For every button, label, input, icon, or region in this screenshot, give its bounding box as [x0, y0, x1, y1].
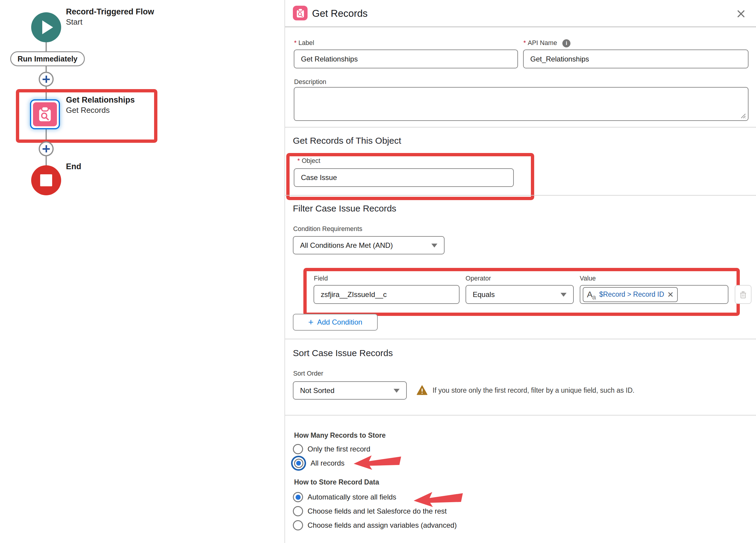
run-immediately-badge[interactable]: Run Immediately — [10, 51, 85, 66]
condition-field-label: Field — [314, 275, 328, 282]
object-section-heading: Get Records of This Object — [293, 136, 401, 146]
get-records-panel: Get Records *Label *API Name i Descripti… — [284, 0, 756, 543]
annotation-arrow-icon — [413, 491, 464, 508]
add-element-button[interactable] — [39, 72, 54, 87]
panel-title: Get Records — [312, 8, 368, 19]
label-input[interactable] — [294, 49, 518, 68]
label-field-label: *Label — [294, 39, 314, 47]
description-textarea[interactable] — [294, 87, 749, 121]
radio-selected-icon[interactable] — [291, 456, 306, 471]
clipboard-search-icon — [293, 6, 308, 20]
add-element-button[interactable] — [39, 141, 54, 156]
radio-icon[interactable] — [293, 506, 303, 516]
condition-value-label: Value — [580, 275, 596, 282]
radio-icon[interactable] — [293, 520, 303, 530]
radio-option-all-records[interactable]: All records — [291, 456, 344, 471]
resource-pill[interactable]: Aa $Record > Record ID ✕ — [583, 287, 678, 302]
radio-option-choose-fields-salesforce[interactable]: Choose fields and let Salesforce do the … — [293, 506, 447, 516]
condition-requirements-select[interactable]: All Conditions Are Met (AND) — [293, 236, 445, 254]
sort-order-label: Sort Order — [293, 370, 323, 378]
flow-node-subtitle: Get Records — [66, 106, 110, 115]
section-divider — [285, 415, 756, 416]
condition-value-combobox[interactable]: Aa $Record > Record ID ✕ — [580, 285, 728, 304]
flow-start-title: Record-Triggered Flow — [66, 7, 154, 16]
flow-node-title: Get Relationships — [66, 95, 135, 105]
sort-section-heading: Sort Case Issue Records — [293, 348, 393, 358]
section-divider — [285, 195, 756, 195]
text-type-icon: Aa — [587, 291, 596, 299]
flow-end-label: End — [66, 162, 81, 171]
flow-start-subtitle: Start — [66, 17, 82, 27]
sort-warning-text: If you store only the first record, filt… — [433, 386, 635, 395]
delete-condition-button[interactable] — [735, 285, 752, 304]
remove-pill-icon[interactable]: ✕ — [667, 291, 674, 299]
radio-option-auto-store-all-fields[interactable]: Automatically store all fields — [293, 492, 396, 502]
object-input[interactable] — [294, 168, 514, 187]
info-icon[interactable]: i — [562, 39, 570, 47]
header-divider — [285, 26, 756, 27]
annotation-arrow-icon — [353, 455, 403, 471]
sort-warning: If you store only the first record, filt… — [416, 385, 635, 396]
plus-icon: + — [308, 318, 314, 327]
flow-start-node[interactable] — [31, 12, 61, 42]
close-icon[interactable] — [735, 8, 747, 20]
filter-section-heading: Filter Case Issue Records — [293, 203, 396, 213]
clipboard-search-icon — [33, 102, 57, 126]
play-icon — [42, 20, 53, 34]
flow-builder-screen: Record-Triggered Flow Start Run Immediat… — [0, 0, 756, 543]
radio-option-only-first-record[interactable]: Only the first record — [293, 444, 370, 454]
add-condition-button[interactable]: + Add Condition — [293, 314, 378, 331]
condition-field-input[interactable] — [314, 285, 460, 304]
flow-end-node[interactable] — [31, 165, 61, 195]
api-name-field-label: *API Name i — [523, 39, 570, 47]
trash-icon — [739, 290, 748, 299]
get-records-node[interactable] — [30, 99, 60, 129]
condition-operator-label: Operator — [466, 275, 491, 282]
condition-requirements-label: Condition Requirements — [293, 225, 362, 233]
section-divider — [285, 127, 756, 127]
object-field-label: *Object — [297, 157, 320, 165]
radio-selected-icon[interactable] — [293, 492, 303, 502]
chevron-down-icon — [561, 293, 567, 297]
sort-order-select[interactable]: Not Sorted — [293, 381, 407, 400]
condition-operator-select[interactable]: Equals — [466, 285, 574, 304]
warning-icon — [416, 385, 428, 396]
radio-icon[interactable] — [293, 444, 303, 454]
store-count-heading: How Many Records to Store — [294, 431, 385, 440]
api-name-input[interactable] — [523, 49, 749, 68]
stop-icon — [40, 174, 52, 186]
resize-handle-icon[interactable] — [738, 110, 746, 119]
description-label: Description — [294, 78, 326, 86]
store-data-heading: How to Store Record Data — [294, 478, 379, 486]
section-divider — [285, 339, 756, 339]
chevron-down-icon — [431, 243, 437, 247]
radio-option-choose-fields-advanced[interactable]: Choose fields and assign variables (adva… — [293, 520, 457, 530]
chevron-down-icon — [394, 389, 400, 393]
resource-pill-text: $Record > Record ID — [599, 291, 664, 299]
